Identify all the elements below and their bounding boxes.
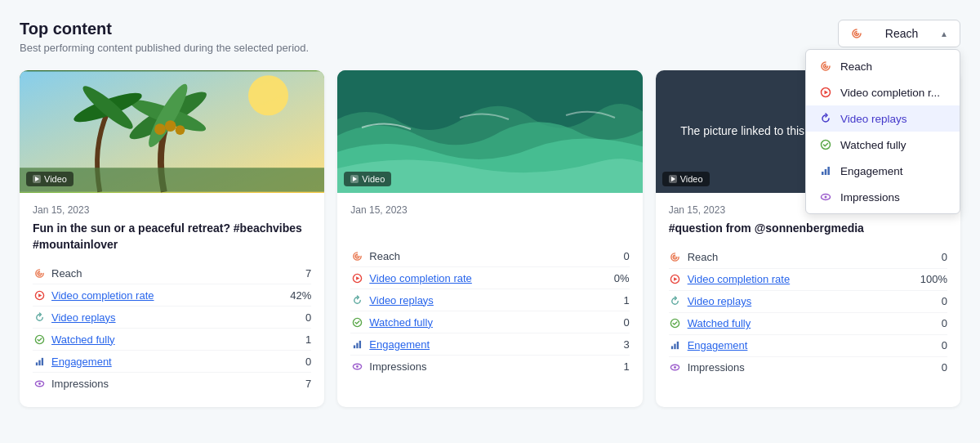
card-2-watched-value: 0 [623, 316, 629, 329]
card-2-replays-icon [350, 293, 363, 307]
card-2-impressions-label: Impressions [350, 360, 426, 373]
card-3-impressions-label: Impressions [669, 361, 745, 374]
card-1-replays-icon [33, 311, 46, 324]
dropdown-item-watched-fully[interactable]: Watched fully [806, 132, 960, 158]
watched-menu-icon [819, 138, 832, 151]
svg-point-0 [856, 33, 858, 34]
card-1-metric-engagement: Engagement 0 [33, 351, 311, 373]
card-2-metric-engagement: Engagement 3 [350, 333, 629, 356]
card-2-replays-label[interactable]: Video replays [350, 293, 434, 307]
svg-rect-29 [41, 358, 42, 365]
card-3-watched-label[interactable]: Watched fully [669, 317, 751, 330]
svg-point-35 [356, 255, 358, 257]
card-1: Video Jan 15, 2023 Fun in the sun or a p… [20, 70, 324, 407]
card-1-metric-watched: Watched fully 1 [33, 329, 311, 351]
metric-dropdown-button[interactable]: Reach ▲ [838, 20, 960, 47]
card-2-engagement-label[interactable]: Engagement [350, 338, 430, 351]
card-3-metric-watched: Watched fully 0 [669, 313, 947, 335]
card-2-engagement-value: 3 [623, 338, 629, 351]
impressions-menu-icon [819, 190, 832, 204]
card-1-reach-icon [33, 266, 46, 280]
card-1-replays-value: 0 [305, 311, 311, 324]
page-subtitle: Best performing content published during… [20, 42, 309, 54]
card-2-watched-icon [350, 315, 363, 329]
svg-rect-6 [825, 169, 827, 175]
dropdown-selected-label: Reach [885, 27, 918, 40]
dropdown-item-engagement-label: Engagement [840, 165, 903, 177]
svg-point-43 [356, 365, 359, 368]
header-row: Top content Best performing content publ… [20, 20, 960, 54]
card-2-video-badge: Video [344, 172, 391, 186]
card-1-engagement-icon [33, 355, 46, 368]
page-wrapper: Top content Best performing content publ… [20, 20, 960, 407]
card-3-metric-impressions: Impressions 0 [669, 357, 947, 378]
card-1-impressions-value: 7 [305, 378, 311, 390]
card-1-video-badge: Video [26, 172, 74, 186]
svg-marker-3 [825, 91, 829, 95]
card-3-impressions-icon [669, 361, 682, 374]
card-3-replays-label[interactable]: Video replays [669, 295, 752, 308]
svg-marker-25 [38, 293, 42, 298]
card-3-video-badge: Video [662, 172, 710, 186]
svg-point-23 [38, 272, 40, 274]
card-1-watched-label[interactable]: Watched fully [33, 333, 115, 346]
dropdown-wrapper: Reach ▲ Reach [838, 20, 960, 47]
svg-point-54 [674, 366, 676, 369]
card-3-metric-engagement: Engagement 0 [669, 335, 947, 357]
card-3-completion-label[interactable]: Video completion rate [669, 273, 791, 286]
card-3-engagement-value: 0 [942, 339, 947, 351]
dropdown-item-video-replays-label: Video replays [840, 113, 907, 125]
card-2-replays-value: 1 [623, 294, 629, 307]
card-2-image-container: Video [337, 70, 642, 193]
reach-menu-icon [819, 60, 832, 73]
card-3-watched-icon [669, 317, 682, 330]
dropdown-item-video-replays[interactable]: Video replays [806, 105, 960, 132]
reach-icon [850, 27, 863, 40]
card-2-completion-icon [350, 271, 363, 284]
card-3-title: #question from @sonnenbergmedia [669, 221, 947, 237]
card-2-completion-label[interactable]: Video completion rate [350, 271, 472, 284]
card-1-image-container: Video [20, 70, 324, 193]
card-3-impressions-value: 0 [942, 361, 947, 374]
card-1-impressions-label: Impressions [33, 377, 109, 390]
card-2-impressions-value: 1 [623, 360, 629, 373]
svg-rect-39 [354, 345, 355, 348]
dropdown-item-watched-fully-label: Watched fully [840, 139, 906, 151]
replay-menu-icon [819, 112, 832, 125]
card-1-reach-value: 7 [305, 267, 311, 280]
card-2-metric-impressions: Impressions 1 [350, 356, 629, 377]
card-2-watched-label[interactable]: Watched fully [350, 315, 433, 329]
card-3-completion-value: 100% [920, 273, 947, 285]
dropdown-item-impressions[interactable]: Impressions [806, 184, 960, 210]
dropdown-item-reach[interactable]: Reach [806, 53, 960, 79]
card-3-reach-icon [669, 251, 682, 264]
card-1-completion-label[interactable]: Video completion rate [33, 289, 154, 302]
title-block: Top content Best performing content publ… [20, 20, 309, 54]
card-2-reach-label: Reach [350, 249, 400, 262]
card-3-engagement-icon [669, 339, 682, 352]
svg-point-9 [825, 196, 827, 199]
card-3-replays-value: 0 [942, 295, 947, 307]
engagement-menu-icon [819, 164, 832, 177]
card-1-watched-value: 1 [305, 333, 311, 346]
card-1-engagement-label[interactable]: Engagement [33, 355, 112, 368]
svg-point-46 [675, 256, 676, 257]
dropdown-item-engagement[interactable]: Engagement [806, 158, 960, 184]
card-1-body: Jan 15, 2023 Fun in the sun or a peacefu… [20, 193, 324, 407]
card-3-reach-value: 0 [942, 251, 947, 263]
card-3-engagement-label[interactable]: Engagement [669, 339, 748, 352]
dropdown-item-video-completion[interactable]: Video completion r... [806, 79, 960, 105]
card-1-metric-replays: Video replays 0 [33, 307, 311, 329]
dropdown-menu: Reach Video completion r... [805, 49, 960, 214]
card-1-replays-label[interactable]: Video replays [33, 311, 116, 324]
card-3-body: Jan 15, 2023 #question from @sonnenbergm… [656, 193, 960, 392]
card-3-watched-value: 0 [942, 317, 947, 329]
page-title: Top content [20, 20, 309, 38]
svg-point-17 [176, 125, 185, 135]
completion-menu-icon [819, 86, 832, 99]
svg-point-16 [154, 123, 166, 135]
svg-rect-28 [38, 360, 40, 365]
chevron-up-icon: ▲ [940, 29, 948, 38]
card-1-metric-impressions: Impressions 7 [33, 373, 311, 394]
card-3-metric-replays: Video replays 0 [669, 291, 947, 313]
